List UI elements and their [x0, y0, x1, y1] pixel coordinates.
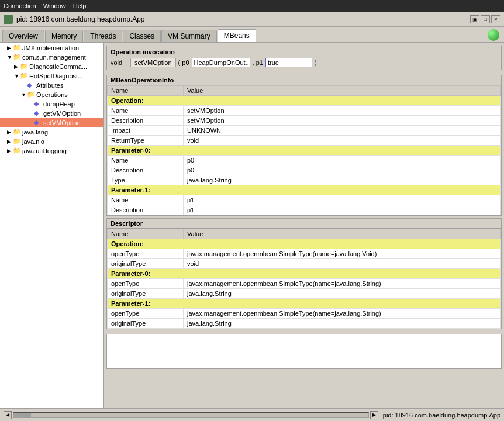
operation-invocation-panel: Operation invocation void setVMOption ( … [106, 46, 502, 70]
desc-col-value-header: Value [184, 229, 501, 239]
tree-item-hotspot[interactable]: ▼ 📁 HotSpotDiagnost... [0, 71, 103, 81]
operation-invocation-row: void setVMOption ( p0 , p1 ) [111, 58, 498, 67]
right-panel: Operation invocation void setVMOption ( … [104, 43, 504, 408]
left-panel-tree: ▶ 📁 JMXImplementation ▼ 📁 com.sun.manage… [0, 43, 104, 408]
descriptor-panel: Descriptor Name Value Operation: [106, 218, 502, 329]
scroll-track[interactable] [13, 412, 369, 418]
mbean-operation-info-title: MBeanOperationInfo [107, 75, 501, 85]
connection-indicator [488, 29, 499, 41]
title-bar: pid: 18916 com.baeldung.heapdump.App ▣ □… [0, 12, 504, 27]
table-row: Name p0 [108, 156, 501, 165]
table-row: Operation: [108, 239, 501, 249]
tree-item-java-util-logging[interactable]: ▶ 📁 java.util.logging [0, 146, 103, 156]
table-row: Parameter-1: [108, 185, 501, 195]
table-row: Name setVMOption [108, 106, 501, 116]
col-value-header: Value [184, 86, 501, 96]
open-paren-label: ( p0 [178, 59, 189, 66]
tree-item-dumpheap[interactable]: ◆ dumpHeap [0, 99, 103, 109]
tree-item-java-nio[interactable]: ▶ 📁 java.nio [0, 137, 103, 146]
table-row: openType javax.management.openmbean.Simp… [108, 279, 501, 289]
tab-vmsummary[interactable]: VM Summary [161, 30, 217, 42]
scroll-right-button[interactable]: ▶ [370, 411, 378, 419]
menu-bar: Connection Window Help [0, 0, 504, 12]
main-content: ▶ 📁 JMXImplementation ▼ 📁 com.sun.manage… [0, 43, 504, 408]
tree-item-attributes[interactable]: ◆ Attributes [0, 81, 103, 90]
tree-item-jmximplementation[interactable]: ▶ 📁 JMXImplementation [0, 43, 103, 53]
table-row: Description setVMOption [108, 116, 501, 126]
table-row: Parameter-0: [108, 269, 501, 279]
minimize-button[interactable]: ▣ [470, 15, 479, 23]
empty-area [106, 334, 502, 369]
table-row: Description p1 [108, 205, 501, 215]
scroll-bar: ◀ ▶ pid: 18916 com.baeldung.heapdump.App [4, 411, 500, 419]
tree-item-getvmoption[interactable]: ◆ getVMOption [0, 109, 103, 118]
table-row: Name p1 [108, 195, 501, 205]
col-name-header: Name [108, 86, 184, 96]
comma-label: , p1 [253, 59, 263, 66]
tab-classes[interactable]: Classes [123, 30, 161, 42]
tree-item-diagnosticcmd[interactable]: ▶ 📁 DiagnosticComma... [0, 62, 103, 71]
table-row: ReturnType void [108, 136, 501, 146]
tree-item-java-lang[interactable]: ▶ 📁 java.lang [0, 127, 103, 137]
param1-input[interactable] [265, 58, 312, 67]
mbean-operation-info-panel: MBeanOperationInfo Name Value Ope [106, 75, 502, 216]
scroll-left-button[interactable]: ◀ [4, 411, 12, 419]
tab-bar: Overview Memory Threads Classes VM Summa… [0, 27, 504, 43]
title-bar-text: pid: 18916 com.baeldung.heapdump.App [16, 15, 470, 23]
descriptor-title: Descriptor [107, 219, 501, 229]
menu-help[interactable]: Help [73, 2, 87, 9]
title-bar-buttons: ▣ □ ✕ [470, 15, 500, 23]
tab-mbeans[interactable]: MBeans [218, 29, 256, 42]
close-paren-label: ) [315, 59, 317, 66]
descriptor-table: Name Value Operation: openType java [107, 229, 501, 329]
table-row: Parameter-1: [108, 299, 501, 309]
status-text: pid: 18916 com.baeldung.heapdump.App [383, 412, 500, 419]
menu-window[interactable]: Window [43, 2, 66, 9]
table-row: originalType void [108, 259, 501, 269]
param0-input[interactable] [192, 58, 250, 67]
status-bar: ◀ ▶ pid: 18916 com.baeldung.heapdump.App [0, 408, 504, 421]
table-row: Parameter-0: [108, 146, 501, 156]
method-invoke-button[interactable]: setVMOption [130, 58, 176, 67]
table-row: Impact UNKNOWN [108, 126, 501, 136]
table-row: openType javax.management.openmbean.Simp… [108, 309, 501, 319]
table-row: originalType java.lang.String [108, 319, 501, 329]
maximize-button[interactable]: □ [481, 15, 490, 23]
return-type-label: void [111, 59, 128, 66]
table-row: openType javax.management.openmbean.Simp… [108, 249, 501, 259]
close-button[interactable]: ✕ [491, 15, 500, 23]
table-row: Type java.lang.String [108, 175, 501, 185]
tab-memory[interactable]: Memory [45, 30, 83, 42]
table-row: Operation: [108, 96, 501, 106]
app-icon [4, 15, 13, 24]
desc-col-name-header: Name [108, 229, 184, 239]
tree-item-com-sun-management[interactable]: ▼ 📁 com.sun.management [0, 53, 103, 62]
menu-connection[interactable]: Connection [4, 2, 36, 9]
tables-container: MBeanOperationInfo Name Value Ope [104, 73, 504, 408]
table-row: Description p0 [108, 165, 501, 175]
tree-item-setvmoption[interactable]: ◆ setVMOption [0, 118, 103, 127]
table-row: originalType java.lang.String [108, 289, 501, 299]
tree-item-operations[interactable]: ▼ 📁 Operations [0, 90, 103, 99]
operation-invocation-title: Operation invocation [111, 49, 498, 56]
tab-overview[interactable]: Overview [2, 30, 44, 42]
mbean-operation-info-table: Name Value Operation: Name setVMOpt [107, 85, 501, 215]
tab-threads[interactable]: Threads [84, 30, 122, 42]
